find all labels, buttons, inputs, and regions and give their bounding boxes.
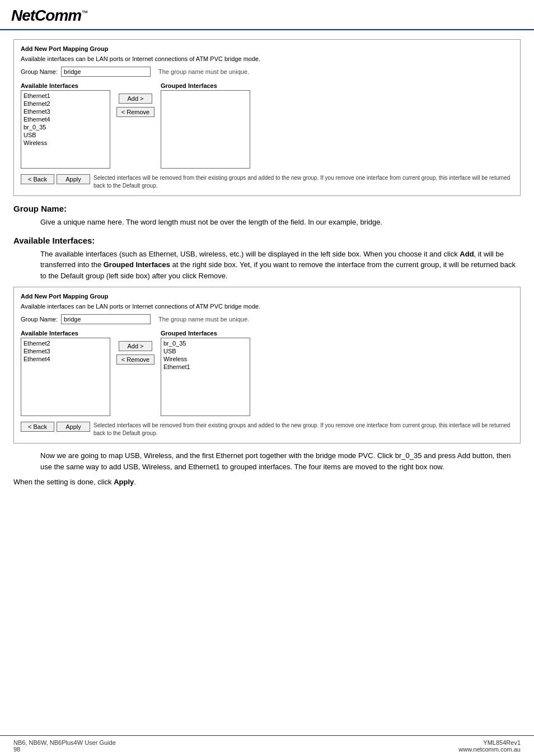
list-item[interactable]: USB <box>22 131 109 139</box>
panel1-add-button[interactable]: Add > <box>119 94 152 104</box>
panel2-group-name-hint: The group name must be unique. <box>158 316 249 323</box>
apply-bold: Apply <box>114 478 134 486</box>
panel1-interfaces-row: Available Interfaces Ethernet1 Ethernet2… <box>21 82 513 169</box>
panel2-grouped-section: Grouped Interfaces br_0_35 USB Wireless … <box>161 330 250 416</box>
list-item[interactable]: br_0_35 <box>22 123 109 131</box>
panel1-grouped-label: Grouped Interfaces <box>161 82 250 89</box>
panel1-footer-btns: < Back Apply <box>21 174 90 184</box>
list-item[interactable]: Ethernet1 <box>162 363 249 371</box>
list-item[interactable]: Ethernet4 <box>22 355 109 363</box>
logo: NetComm™ <box>11 7 87 24</box>
page-footer: NB6, NB6W, NB6Plus4W User Guide 98 YML85… <box>0 735 534 756</box>
panel1-group-name-label: Group Name: <box>21 68 58 75</box>
available-interfaces-heading: Available Interfaces: <box>13 236 521 245</box>
panel1: Add New Port Mapping Group Available int… <box>13 39 521 196</box>
panel2-available-section: Available Interfaces Ethernet2 Ethernet3… <box>21 330 110 416</box>
footer-right-text: YML854Rev1 www.netcomm.com.au <box>458 739 521 753</box>
list-item[interactable]: USB <box>162 347 249 355</box>
after-panel2-paragraph: Now we are going to map USB, Wireless, a… <box>40 450 521 472</box>
list-item[interactable]: Ethernet2 <box>22 339 109 347</box>
panel1-available-section: Available Interfaces Ethernet1 Ethernet2… <box>21 82 110 169</box>
panel1-available-label: Available Interfaces <box>21 82 110 89</box>
panel1-grouped-listbox[interactable] <box>161 90 250 169</box>
list-item[interactable]: Ethernet2 <box>22 100 109 108</box>
panel1-subtitle: Available interfaces can be LAN ports or… <box>21 55 513 62</box>
panel2-buttons: Add > < Remove <box>116 341 155 365</box>
panel1-apply-button[interactable]: Apply <box>57 174 90 184</box>
panel1-group-name-row: Group Name: The group name must be uniqu… <box>21 67 513 77</box>
group-name-body: Give a unique name here. The word length… <box>40 217 521 228</box>
panel2-group-name-input[interactable] <box>61 314 151 324</box>
panel1-group-name-hint: The group name must be unique. <box>158 68 249 75</box>
panel2-footer: < Back Apply Selected interfaces will be… <box>21 422 513 437</box>
panel2-add-button[interactable]: Add > <box>119 341 152 351</box>
footer-right: YML854Rev1 www.netcomm.com.au <box>458 739 521 753</box>
panel2-grouped-listbox[interactable]: br_0_35 USB Wireless Ethernet1 <box>161 338 250 416</box>
panel2-subtitle: Available interfaces can be LAN ports or… <box>21 303 513 310</box>
group-name-heading: Group Name: <box>13 204 521 213</box>
panel2-interfaces-row: Available Interfaces Ethernet2 Ethernet3… <box>21 330 513 416</box>
panel2-back-button[interactable]: < Back <box>21 422 54 432</box>
list-item[interactable]: Wireless <box>22 139 109 147</box>
logo-text: NetComm <box>11 7 81 24</box>
available-interfaces-text: The available interfaces (such as Ethern… <box>40 249 521 282</box>
available-interfaces-body: The available interfaces (such as Ethern… <box>40 249 521 282</box>
panel2: Add New Port Mapping Group Available int… <box>13 287 521 444</box>
panel2-remove-button[interactable]: < Remove <box>116 354 154 365</box>
panel2-footer-note: Selected interfaces will be removed from… <box>93 422 513 437</box>
panel2-available-label: Available Interfaces <box>21 330 110 337</box>
list-item[interactable]: Ethernet3 <box>22 347 109 355</box>
page-wrapper: NetComm™ Add New Port Mapping Group Avai… <box>0 0 534 756</box>
panel2-footer-btns: < Back Apply <box>21 422 90 432</box>
panel1-buttons: Add > < Remove <box>116 94 155 117</box>
main-content: Add New Port Mapping Group Available int… <box>0 30 534 735</box>
panel1-grouped-section: Grouped Interfaces <box>161 82 250 169</box>
panel1-title: Add New Port Mapping Group <box>21 45 513 52</box>
panel2-grouped-label: Grouped Interfaces <box>161 330 250 337</box>
panel2-apply-button[interactable]: Apply <box>57 422 90 432</box>
list-item[interactable]: Wireless <box>162 355 249 363</box>
panel2-available-listbox[interactable]: Ethernet2 Ethernet3 Ethernet4 <box>21 338 110 416</box>
panel2-group-name-label: Group Name: <box>21 316 58 323</box>
panel1-back-button[interactable]: < Back <box>21 174 54 184</box>
logo-tm: ™ <box>81 9 87 17</box>
after-panel2-text: Now we are going to map USB, Wireless, a… <box>40 450 521 472</box>
footer-left: NB6, NB6W, NB6Plus4W User Guide 98 <box>13 739 116 753</box>
group-name-text: Give a unique name here. The word length… <box>40 217 521 228</box>
panel1-footer: < Back Apply Selected interfaces will be… <box>21 174 513 190</box>
list-item[interactable]: Ethernet4 <box>22 115 109 123</box>
header: NetComm™ <box>0 0 534 30</box>
panel1-available-listbox[interactable]: Ethernet1 Ethernet2 Ethernet3 Ethernet4 … <box>21 90 110 169</box>
list-item[interactable]: br_0_35 <box>162 339 249 347</box>
footer-left-text: NB6, NB6W, NB6Plus4W User Guide 98 <box>13 739 116 753</box>
panel2-group-name-row: Group Name: The group name must be uniqu… <box>21 314 513 324</box>
closing-text: When the setting is done, click Apply. <box>13 478 521 486</box>
panel1-remove-button[interactable]: < Remove <box>116 107 154 117</box>
list-item[interactable]: Ethernet3 <box>22 108 109 115</box>
list-item[interactable]: Ethernet1 <box>22 92 109 100</box>
panel1-footer-note: Selected interfaces will be removed from… <box>93 174 513 190</box>
panel1-group-name-input[interactable] <box>61 67 151 77</box>
panel2-title: Add New Port Mapping Group <box>21 293 513 300</box>
